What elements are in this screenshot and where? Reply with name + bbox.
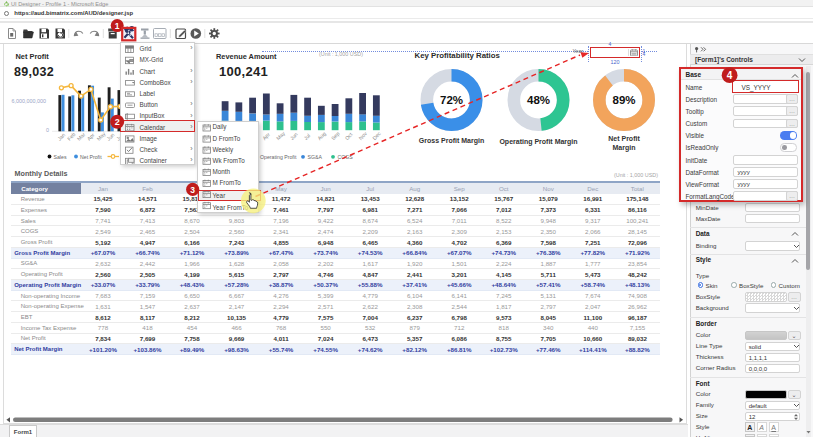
svg-text:Feb: Feb [66, 131, 77, 142]
svg-text:May: May [275, 130, 286, 141]
svg-text:Jun: Jun [105, 131, 115, 141]
svg-text:Nov: Nov [357, 130, 368, 141]
svg-text:Aug: Aug [316, 130, 327, 141]
svg-text:May: May [95, 130, 106, 141]
svg-text:Net Profit: Net Profit [608, 135, 640, 142]
svg-text:COGS: COGS [338, 154, 354, 160]
svg-text:Margin: Margin [613, 144, 636, 152]
svg-text:Dec: Dec [371, 130, 382, 141]
svg-text:Mar: Mar [76, 131, 87, 142]
svg-text:Jul: Jul [302, 132, 311, 141]
svg-text:Gross Profit Margin: Gross Profit Margin [419, 137, 484, 145]
svg-text:89%: 89% [612, 94, 635, 106]
svg-text:48%: 48% [527, 94, 550, 106]
svg-text:Jan: Jan [56, 131, 66, 141]
svg-text:Sales: Sales [54, 154, 67, 160]
svg-text:Jun: Jun [289, 131, 299, 141]
svg-text:Operating Profit: Operating Profit [260, 154, 297, 160]
svg-text:Sep: Sep [330, 130, 341, 141]
svg-text:Apr: Apr [261, 131, 271, 141]
svg-text:6,000,000,000: 6,000,000,000 [12, 98, 46, 104]
svg-text:Oct: Oct [344, 131, 354, 141]
svg-text:Operating Profit Margin: Operating Profit Margin [499, 138, 577, 146]
svg-text:SG&A: SG&A [308, 154, 323, 160]
svg-text:0: 0 [46, 127, 49, 133]
svg-text:Net Profit: Net Profit [80, 154, 102, 160]
svg-text:Apr: Apr [86, 132, 96, 142]
svg-text:72%: 72% [440, 94, 463, 106]
